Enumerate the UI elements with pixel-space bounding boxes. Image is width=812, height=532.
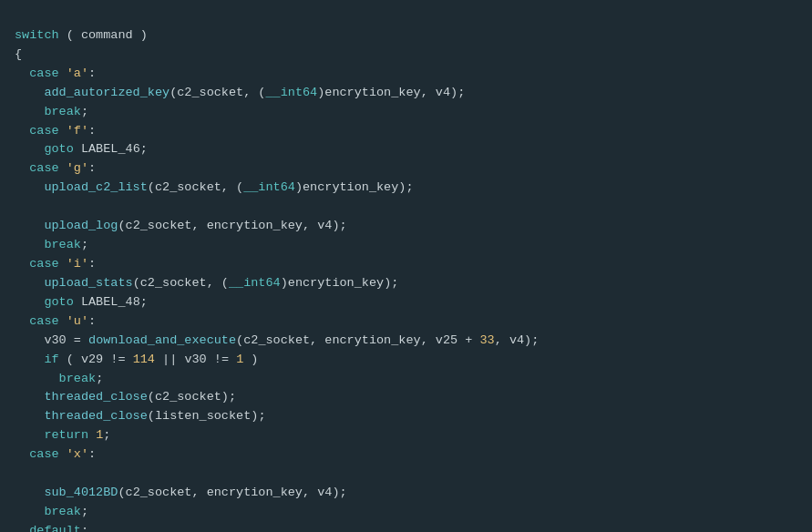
- var-command: command: [81, 28, 133, 42]
- keyword-switch: switch: [15, 28, 59, 42]
- code-viewer: switch ( command ) { case 'a': add_autor…: [0, 4, 812, 532]
